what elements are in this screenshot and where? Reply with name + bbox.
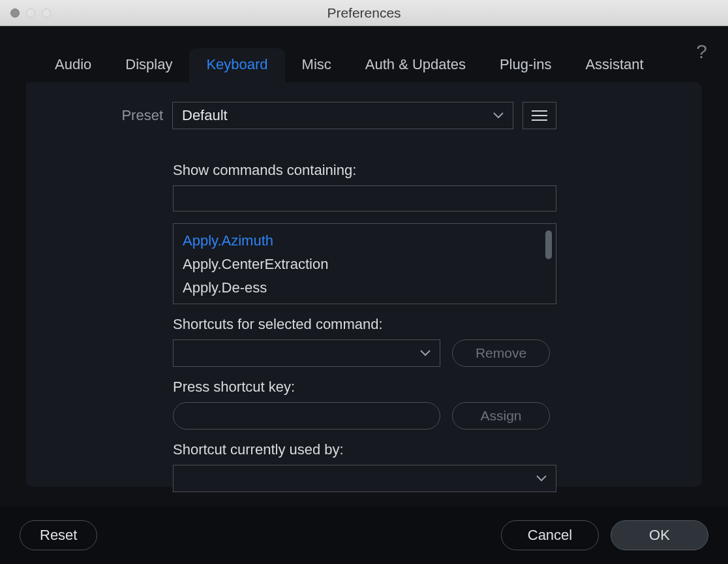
window-title: Preferences: [0, 5, 728, 21]
used-by-label: Shortcut currently used by:: [173, 441, 676, 458]
tab-audio[interactable]: Audio: [38, 48, 108, 82]
chevron-down-icon: [420, 350, 431, 356]
tab-misc[interactable]: Misc: [285, 48, 348, 82]
filter-section: Show commands containing:: [173, 162, 676, 212]
help-icon[interactable]: ?: [696, 40, 707, 63]
scrollbar-thumb[interactable]: [545, 230, 552, 259]
ok-button[interactable]: OK: [611, 520, 708, 550]
window-body: ? Audio Display Keyboard Misc Auth & Upd…: [0, 26, 728, 564]
preset-row: Preset Default: [52, 102, 676, 129]
command-item[interactable]: Apply.CenterExtraction: [183, 253, 547, 276]
tab-auth-updates[interactable]: Auth & Updates: [348, 48, 483, 82]
tab-keyboard[interactable]: Keyboard: [189, 48, 284, 82]
cancel-button[interactable]: Cancel: [501, 520, 599, 550]
selected-shortcut-select[interactable]: [173, 339, 440, 367]
assign-button[interactable]: Assign: [452, 402, 550, 430]
dialog-footer: Reset Cancel OK: [0, 507, 728, 564]
close-window-button[interactable]: [10, 8, 20, 18]
window-controls: [0, 8, 51, 18]
filter-input[interactable]: [173, 185, 556, 212]
remove-button[interactable]: Remove: [452, 339, 550, 367]
keyboard-panel: Preset Default Show commands containing:…: [26, 82, 702, 487]
tab-display[interactable]: Display: [108, 48, 189, 82]
reset-button[interactable]: Reset: [20, 520, 97, 550]
hamburger-icon: [532, 110, 547, 121]
press-shortcut-input[interactable]: [173, 402, 440, 430]
selected-shortcut-label: Shortcuts for selected command:: [173, 316, 676, 333]
command-item[interactable]: Apply.Azimuth: [183, 229, 547, 253]
preset-label: Preset: [52, 107, 163, 124]
press-shortcut-label: Press shortcut key:: [173, 379, 676, 396]
minimize-window-button[interactable]: [26, 8, 35, 18]
filter-label: Show commands containing:: [173, 162, 676, 179]
tab-assistant[interactable]: Assistant: [568, 48, 660, 82]
tab-plugins[interactable]: Plug-ins: [483, 48, 568, 82]
preset-menu-button[interactable]: [523, 102, 556, 129]
command-item[interactable]: Apply.De-ess: [183, 276, 547, 300]
press-shortcut-section: Press shortcut key: Assign: [173, 379, 676, 430]
used-by-select[interactable]: [173, 465, 556, 492]
tab-bar: Audio Display Keyboard Misc Auth & Updat…: [0, 26, 728, 82]
commands-list[interactable]: Apply.Azimuth Apply.CenterExtraction App…: [173, 223, 556, 304]
commands-section: Apply.Azimuth Apply.CenterExtraction App…: [173, 223, 676, 304]
preset-select[interactable]: Default: [172, 102, 513, 129]
chevron-down-icon: [536, 475, 547, 482]
maximize-window-button[interactable]: [42, 8, 51, 18]
preset-value: Default: [182, 107, 228, 124]
titlebar: Preferences: [0, 0, 728, 26]
selected-shortcut-section: Shortcuts for selected command: Remove: [173, 316, 676, 367]
chevron-down-icon: [493, 112, 504, 119]
used-by-section: Shortcut currently used by:: [173, 441, 676, 492]
